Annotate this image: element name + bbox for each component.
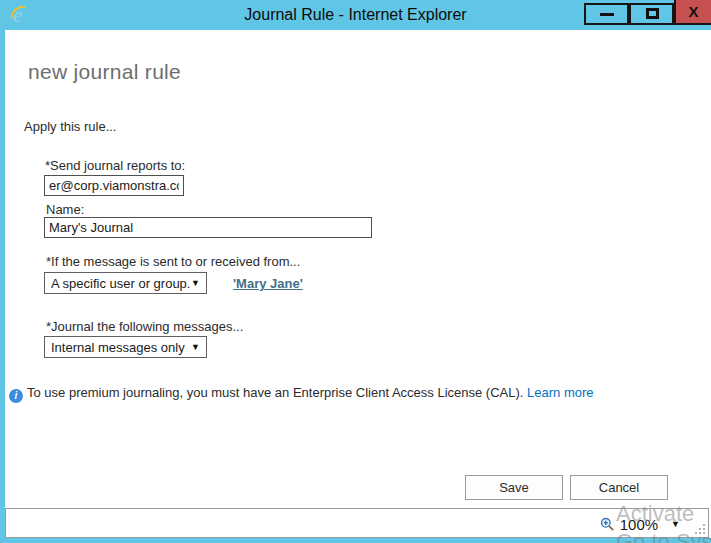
save-button[interactable]: Save xyxy=(465,475,563,500)
name-label: Name: xyxy=(46,202,84,217)
zoom-control[interactable]: 100% ▼ xyxy=(600,514,680,534)
premium-journaling-text: To use premium journaling, you must have… xyxy=(27,385,527,400)
maximize-icon xyxy=(646,8,659,19)
selected-user-link[interactable]: 'Mary Jane' xyxy=(233,276,303,291)
journal-rule-window: e Journal Rule - Internet Explorer X new… xyxy=(0,0,711,543)
chevron-down-icon: ▼ xyxy=(191,343,200,352)
info-icon: i xyxy=(9,389,23,403)
journal-type-dropdown-value: Internal messages only xyxy=(51,340,185,355)
scope-dropdown[interactable]: A specific user or group... ▼ xyxy=(44,272,207,294)
window-border-bottom xyxy=(0,538,711,543)
maximize-button[interactable] xyxy=(629,3,674,25)
scope-dropdown-value: A specific user or group... xyxy=(51,276,191,291)
close-icon: X xyxy=(676,0,711,23)
premium-journaling-note: iTo use premium journaling, you must hav… xyxy=(9,385,699,403)
learn-more-link[interactable]: Learn more xyxy=(527,385,593,400)
magnifier-icon xyxy=(600,517,615,532)
send-reports-label: *Send journal reports to: xyxy=(45,158,185,173)
minimize-icon xyxy=(600,13,614,16)
window-border-left xyxy=(0,30,5,543)
scope-label: *If the message is sent to or received f… xyxy=(46,254,300,269)
send-reports-input[interactable] xyxy=(44,175,184,196)
page-title: new journal rule xyxy=(28,60,181,84)
zoom-level: 100% xyxy=(620,516,658,533)
close-button[interactable]: X xyxy=(674,0,711,25)
title-bar: e Journal Rule - Internet Explorer X xyxy=(0,0,711,30)
chevron-down-icon[interactable]: ▼ xyxy=(671,519,680,529)
journal-type-dropdown[interactable]: Internal messages only ▼ xyxy=(44,336,207,358)
apply-rule-label: Apply this rule... xyxy=(24,119,117,134)
journal-type-label: *Journal the following messages... xyxy=(46,319,243,334)
chevron-down-icon: ▼ xyxy=(191,279,200,288)
status-bar: 100% ▼ xyxy=(5,508,709,538)
minimize-button[interactable] xyxy=(584,3,629,25)
cancel-button[interactable]: Cancel xyxy=(570,475,668,500)
name-input[interactable] xyxy=(44,217,372,238)
resize-grip[interactable] xyxy=(703,532,705,534)
